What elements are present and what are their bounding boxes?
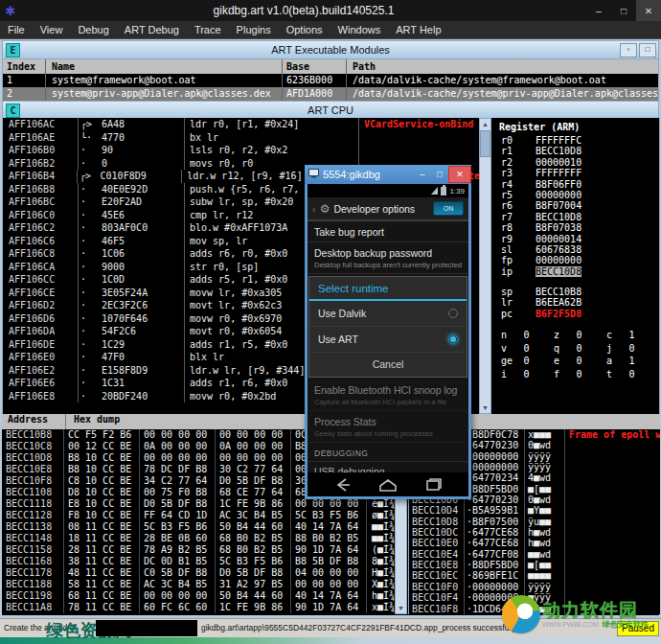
recent-apps-icon[interactable]	[423, 477, 443, 493]
disasm-bytes: 90	[102, 144, 184, 157]
menu-item-debug[interactable]: Debug	[70, 24, 116, 35]
register-row[interactable]: r6B8F07004	[491, 200, 659, 211]
register-row[interactable]: r900000014	[491, 234, 659, 244]
settings-item-title: Enable Bluetooth HCI snoop log	[314, 384, 462, 396]
stack-value: ·00000000	[464, 462, 524, 472]
hexdump-row[interactable]: BECC1118E8 10 CC BED0 5B DF B81C FE 9B 8…	[2, 498, 395, 510]
maximize-button[interactable]: □	[611, 0, 636, 21]
runtime-option[interactable]: Use ART	[309, 327, 467, 353]
radio-selected-icon[interactable]	[448, 334, 458, 344]
disasm-row[interactable]: AFF106AC┌>6A48ldr r0, [r1, #0x24]VCardSe…	[3, 118, 480, 131]
cancel-button[interactable]: Cancel	[309, 353, 467, 377]
scroll-down-icon[interactable]: ▼	[482, 402, 489, 413]
settings-item[interactable]: Process StatsGeeky stats about running p…	[308, 411, 468, 443]
minimize-button[interactable]: –	[586, 0, 611, 21]
table-row[interactable]: 1system@framework@boot.oat6236B000/data/…	[3, 74, 658, 87]
back-chevron-icon[interactable]: ‹	[312, 203, 316, 215]
register-row[interactable]: r7BECC10D8	[491, 212, 659, 222]
register-row[interactable]: spBECC10B8	[491, 287, 659, 297]
cpu-window-titlebar[interactable]: C ART CPU	[2, 101, 659, 120]
scroll-thumb[interactable]	[480, 130, 490, 157]
register-row[interactable]: r1BECC10D8	[491, 146, 659, 156]
runtime-option[interactable]: Use Dalvik	[309, 301, 467, 327]
hexdump-bytes: FF 64 CD 1D	[139, 510, 215, 521]
stack-ascii: x■■■	[524, 429, 564, 440]
stack-row[interactable]: BECC10DC·6477CE68h■wd	[409, 527, 660, 538]
hexdump-row[interactable]: BECC117848 11 CC BEC0 5B DF B8D0 5B DF B…	[2, 567, 395, 579]
site-logo-icon	[502, 595, 540, 633]
stack-row[interactable]: BECC10E8·B8DF5BD0■[■■	[409, 560, 660, 570]
settings-item[interactable]: Enable Bluetooth HCI snoop logCapture al…	[308, 380, 468, 411]
menu-item-plugins[interactable]: Plugins	[229, 24, 279, 35]
emulator-close-button[interactable]: ✕	[448, 166, 471, 183]
disasm-row[interactable]: AFF106AE└·4770bx lr	[3, 131, 480, 145]
disasm-jump-arrow: ·	[78, 364, 102, 378]
hexdump-bytes: 1C FE 9B 86	[215, 498, 290, 510]
menu-item-file[interactable]: File	[0, 24, 33, 35]
register-row[interactable]: r4B8F06FF0	[491, 179, 659, 190]
settings-item[interactable]: Take bug report	[308, 221, 468, 242]
hexdump-row[interactable]: BECC113808 11 CC BE5C B3 F5 B650 B4 44 6…	[2, 521, 395, 533]
register-row[interactable]: r200000010	[491, 157, 659, 168]
modules-maximize-button[interactable]: □	[639, 43, 656, 58]
register-name: fp	[501, 255, 536, 265]
register-row[interactable]: lrB6EEA62B	[491, 297, 659, 308]
register-row[interactable]: fp00000000	[491, 255, 659, 265]
settings-item[interactable]: Desktop backup passwordDesktop full back…	[308, 242, 468, 274]
close-button[interactable]: ✕	[636, 0, 661, 21]
stack-row[interactable]: BECC10D4·B5A959B1■Y■■	[409, 505, 660, 516]
hexdump-address: BECC10C8	[2, 441, 63, 452]
hexdump-row[interactable]: BECC119868 11 CC BE00 00 00 0050 B4 44 6…	[2, 590, 395, 602]
stack-comment: Frame of epoll_wait	[564, 429, 660, 440]
stack-row[interactable]: BECC10D8·B8F07500ÿu■■	[409, 517, 660, 527]
modules-restore-button[interactable]: ▫	[620, 43, 637, 58]
hexdump-row[interactable]: BECC118858 11 CC BEAC 3C B4 B531 A2 97 B…	[2, 579, 395, 590]
emulator-titlebar[interactable]: 5554:gikdbg – □ ✕	[305, 165, 471, 184]
home-icon[interactable]	[377, 477, 399, 493]
flag-name: v	[501, 342, 524, 356]
register-row[interactable]: ipBECC10D8	[491, 266, 659, 277]
menu-item-view[interactable]: View	[33, 24, 71, 35]
menu-item-art-debug[interactable]: ART Debug	[117, 24, 187, 35]
gikdbg-main-window: ✱ gikdbg.art v1.0(beta).build140525.1 – …	[0, 0, 661, 644]
flag-name: i	[501, 368, 524, 381]
register-name: r4	[501, 179, 536, 190]
developer-options-toggle[interactable]: ON	[433, 201, 464, 216]
register-row[interactable]: r3FFFFFFFF	[491, 168, 659, 178]
menu-item-options[interactable]: Options	[279, 24, 330, 35]
register-row[interactable]: r500000000	[491, 190, 659, 200]
stack-value: ·B8DF0C78	[464, 429, 524, 440]
register-row[interactable]: pcB6F2F5D8	[491, 309, 659, 319]
disassembly-scrollbar[interactable]: ▲ ▼	[479, 118, 491, 414]
stack-ascii: ■Y■■	[524, 505, 564, 516]
scroll-up-icon[interactable]: ▲	[482, 119, 489, 129]
disasm-row[interactable]: AFF106B0·90lsls r0, r2, #0x2	[3, 144, 480, 157]
disasm-address: AFF106E8	[3, 390, 78, 403]
disasm-jump-arrow: ·	[78, 273, 102, 287]
hexdump-row[interactable]: BECC114818 11 CC BE28 BE 0B 6068 B0 B2 B…	[2, 533, 395, 544]
emulator-minimize-button[interactable]: –	[414, 167, 431, 182]
register-row[interactable]: r8B8F07038	[491, 222, 659, 233]
menu-item-art-help[interactable]: ART Help	[388, 24, 448, 35]
hexdump-row[interactable]: BECC11A878 11 CC BE60 FC 6C 601C FE 9B 8…	[2, 602, 395, 613]
hexdump-row[interactable]: BECC116838 11 CC BEDC 0D B1 B55C B3 F5 B…	[2, 556, 395, 567]
stack-row[interactable]: BECC10E0·6477CE68h■wd	[409, 538, 660, 548]
register-row[interactable]: r0FFFFFFFC	[491, 135, 659, 146]
stack-comment	[564, 484, 660, 494]
hexdump-row[interactable]: BECC115828 11 CC BE78 A9 B2 B568 B0 B2 B…	[2, 544, 395, 556]
table-row[interactable]: 2system@priv-app@Dialer.apk@classes.dexA…	[3, 87, 658, 101]
disasm-address: AFF106CC	[3, 273, 78, 287]
modules-window-titlebar[interactable]: E ART Executable Modules ▫ □	[2, 40, 659, 59]
scroll-down-icon[interactable]: ▼	[398, 603, 404, 613]
register-row[interactable]: sl60676838	[491, 244, 659, 255]
stack-row[interactable]: BECC10E4·6477CF08■■wd	[409, 549, 660, 560]
hexdump-bytes: 00 00 00 00	[139, 429, 215, 441]
menu-item-trace[interactable]: Trace	[187, 24, 229, 35]
disasm-jump-arrow: ·	[78, 196, 102, 209]
emulator-maximize-button[interactable]: □	[431, 167, 448, 182]
hexdump-row[interactable]: BECC1128F8 10 CC BEFF 64 CD 1DAC 3C B4 B…	[2, 510, 395, 521]
stack-row[interactable]: BECC10EC·869BFE1C■■■■	[409, 570, 660, 581]
menu-item-windows[interactable]: Windows	[330, 24, 389, 35]
radio-unselected-icon[interactable]	[448, 309, 458, 318]
back-icon[interactable]	[333, 477, 353, 493]
